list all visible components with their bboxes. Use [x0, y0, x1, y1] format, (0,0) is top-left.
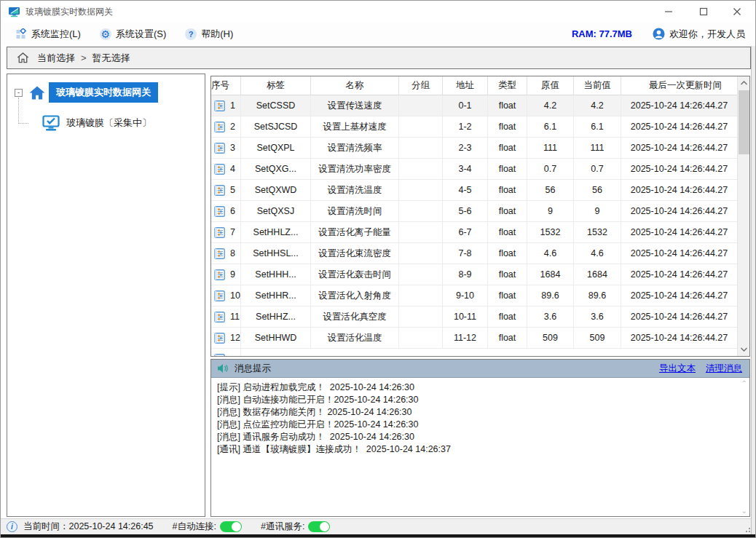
- maximize-button[interactable]: [687, 1, 720, 23]
- cell-name: 设置活化离子能量: [311, 222, 399, 242]
- message-line: [消息] 通讯服务启动成功！ 2025-10-24 14:26:30: [217, 431, 744, 443]
- cell-tag: SetHHSL...: [241, 243, 311, 264]
- home-icon: [16, 51, 30, 65]
- row-number: 10: [230, 290, 240, 301]
- comm-service-label: #通讯服务:: [261, 521, 304, 533]
- tree-node-root[interactable]: - 玻璃镀膜实时数据网关: [7, 82, 205, 103]
- row-number: 8: [230, 248, 235, 258]
- scrollbar-thumb[interactable]: [739, 90, 749, 154]
- table-row[interactable]: 8SetHHSL...设置活化束流密度7-8float4.64.62025-10…: [211, 243, 737, 264]
- row-number: 6: [230, 206, 235, 216]
- breadcrumb-prefix: 当前选择: [37, 52, 75, 65]
- cell-original: 4.2: [527, 95, 574, 116]
- auto-connect-toggle[interactable]: [220, 521, 242, 532]
- column-header-3[interactable]: 名称: [311, 76, 399, 95]
- message-panel-header: 消息提示 导出文本 清理消息: [211, 360, 749, 378]
- tag-icon: [214, 312, 225, 323]
- row-number: 7: [230, 227, 235, 237]
- menu-system-monitor[interactable]: 系统监控(L): [11, 25, 85, 43]
- cell-group: [399, 201, 443, 221]
- cell-name: 设置清洗功率密度: [311, 159, 399, 179]
- table-row[interactable]: 3SetQXPL设置清洗频率2-3float1111112025-10-24 1…: [211, 138, 737, 159]
- cell-type: float: [488, 285, 527, 306]
- cell-updated: 2025-10-24 14:26:44.27: [621, 285, 737, 306]
- minimize-button[interactable]: [652, 1, 685, 23]
- tag-icon: [214, 143, 225, 154]
- table-row-partial[interactable]: [211, 349, 737, 356]
- export-text-link[interactable]: 导出文本: [659, 363, 696, 375]
- cell-tag: SetSJCSD: [241, 116, 311, 137]
- table-row[interactable]: 4SetQXG...设置清洗功率密度3-4float0.70.72025-10-…: [211, 159, 737, 180]
- cell-updated: 2025-10-24 14:26:44.27: [621, 138, 737, 158]
- table-row[interactable]: 9SetHHH...设置活化轰击时间8-9float168416842025-1…: [211, 264, 737, 285]
- message-panel: 消息提示 导出文本 清理消息 ⌃ ⌄ [提示] 启动进程加载完成！ 2025-1…: [210, 359, 750, 517]
- cell-type: float: [488, 222, 527, 242]
- cell-type: float: [488, 328, 527, 348]
- message-line: [提示] 启动进程加载完成！ 2025-10-24 14:26:30: [217, 381, 744, 394]
- table-row[interactable]: 10SetHHR...设置活化入射角度9-10float89.689.62025…: [211, 285, 737, 306]
- table-row[interactable]: 2SetSJCSD设置上基材速度1-2float6.16.12025-10-24…: [211, 116, 737, 138]
- cell-group: [399, 180, 443, 200]
- cell-original: 6.1: [527, 116, 574, 137]
- column-header-4[interactable]: 分组: [399, 76, 443, 95]
- row-number: 2: [230, 122, 235, 132]
- welcome-text: 欢迎你，开发人员: [653, 28, 745, 41]
- table-row[interactable]: 6SetQXSJ设置清洗时间5-6float992025-10-24 14:26…: [211, 201, 737, 222]
- table-row[interactable]: 11SetHHZ...设置活化真空度10-11float3.63.62025-1…: [211, 306, 737, 328]
- table-row[interactable]: 5SetQXWD设置清洗温度4-5float56562025-10-24 14:…: [211, 180, 737, 201]
- cell-tag: SetQXWD: [241, 180, 311, 200]
- cell-address: 4-5: [443, 180, 488, 200]
- user-icon: [653, 28, 665, 40]
- menu-help[interactable]: ? 帮助(H): [181, 25, 237, 43]
- cell-original: 0.7: [527, 159, 574, 179]
- help-icon: ?: [185, 28, 197, 40]
- menu-system-settings[interactable]: ⚙ 系统设置(S): [95, 25, 170, 43]
- comm-service-toggle[interactable]: [308, 521, 330, 532]
- cell-name: 设置活化轰击时间: [311, 264, 399, 285]
- cell-updated: 2025-10-24 14:26:44.27: [621, 264, 737, 285]
- column-header-5[interactable]: 地址: [443, 76, 488, 95]
- cell-name: 设置传送速度: [311, 95, 399, 116]
- tree-connector: [18, 98, 28, 124]
- cell-current: 89.6: [574, 285, 621, 306]
- table-row[interactable]: 1SetCSSD设置传送速度0-1float4.24.22025-10-24 1…: [211, 95, 737, 116]
- tree-expander[interactable]: -: [15, 89, 23, 97]
- cell-updated: 2025-10-24 14:26:44.27: [621, 243, 737, 264]
- cell-updated: 2025-10-24 14:26:44.27: [621, 180, 737, 200]
- row-number: 3: [230, 143, 235, 153]
- clear-messages-link[interactable]: 清理消息: [706, 363, 742, 375]
- scroll-up-arrow[interactable]: [738, 77, 749, 89]
- title-bar: 玻璃镀膜实时数据网关: [1, 1, 755, 23]
- cell-type: float: [488, 180, 527, 200]
- tree-node-channel[interactable]: 玻璃镀膜〔采集中〕: [42, 112, 151, 134]
- table-row[interactable]: 7SetHHLZ...设置活化离子能量6-7float153215322025-…: [211, 222, 737, 243]
- column-header-8[interactable]: 当前值: [574, 76, 621, 95]
- message-scroll-down-icon[interactable]: ⌄: [741, 507, 747, 515]
- message-scroll-up-icon[interactable]: ⌃: [741, 379, 747, 387]
- cell-original: 509: [527, 328, 574, 348]
- cell-index: 3: [211, 138, 241, 158]
- column-header-9[interactable]: 最后一次更新时间: [621, 76, 749, 95]
- cell-name: 设置清洗温度: [311, 180, 399, 200]
- close-button[interactable]: [720, 1, 754, 23]
- column-header-6[interactable]: 类型: [488, 76, 527, 95]
- column-header-1[interactable]: 序号: [211, 76, 241, 95]
- cell-index: 9: [211, 264, 241, 285]
- message-line: [消息] 点位监控功能已开启！2025-10-24 14:26:30: [217, 419, 744, 431]
- cell-name: 设置活化真空度: [311, 306, 399, 327]
- table-scrollbar[interactable]: [737, 76, 749, 356]
- column-header-7[interactable]: 原值: [527, 76, 574, 95]
- tag-icon: [214, 354, 225, 357]
- scroll-down-arrow[interactable]: [738, 344, 749, 355]
- table-row[interactable]: 12SetHHWD设置活化温度11-12float5095092025-10-2…: [211, 328, 737, 349]
- tag-icon: [214, 248, 225, 259]
- cell-address: 0-1: [443, 95, 488, 116]
- cell-tag: SetHHR...: [241, 285, 311, 306]
- monitor-check-icon: [42, 115, 60, 131]
- cell-index: [211, 349, 241, 356]
- speaker-icon: [217, 363, 229, 373]
- column-header-2[interactable]: 标签: [241, 76, 311, 95]
- cell-updated: 2025-10-24 14:26:44.27: [621, 306, 737, 327]
- cell-address: 2-3: [443, 138, 488, 158]
- cell-index: 2: [211, 116, 241, 137]
